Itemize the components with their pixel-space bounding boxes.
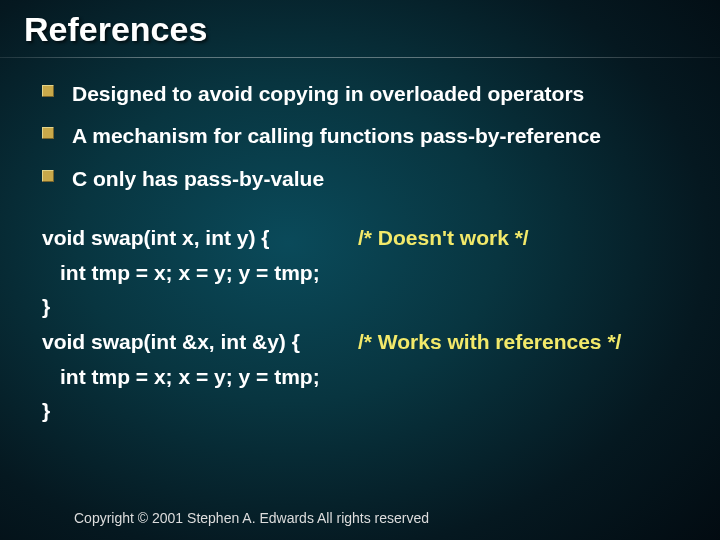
- code-line: void swap(int x, int y) { /* Doesn't wor…: [42, 221, 688, 256]
- slide-title: References: [0, 0, 720, 57]
- bullet-text: A mechanism for calling functions pass-b…: [72, 122, 601, 150]
- code-line: int tmp = x; x = y; y = tmp;: [42, 256, 688, 291]
- code-comment: /* Works with references */: [358, 325, 621, 360]
- code-body: int tmp = x; x = y; y = tmp;: [60, 256, 320, 291]
- copyright-footer: Copyright © 2001 Stephen A. Edwards All …: [74, 510, 429, 526]
- code-example: void swap(int x, int y) { /* Doesn't wor…: [42, 221, 688, 429]
- code-body: int tmp = x; x = y; y = tmp;: [60, 360, 320, 395]
- code-line: void swap(int &x, int &y) { /* Works wit…: [42, 325, 688, 360]
- bullet-icon: [42, 85, 54, 97]
- slide-content: Designed to avoid copying in overloaded …: [0, 80, 720, 429]
- bullet-text: C only has pass-by-value: [72, 165, 324, 193]
- code-close-brace: }: [42, 290, 50, 325]
- bullet-text: Designed to avoid copying in overloaded …: [72, 80, 584, 108]
- bullet-item: C only has pass-by-value: [42, 165, 688, 193]
- bullet-item: Designed to avoid copying in overloaded …: [42, 80, 688, 108]
- code-line: }: [42, 290, 688, 325]
- code-close-brace: }: [42, 394, 50, 429]
- code-line: int tmp = x; x = y; y = tmp;: [42, 360, 688, 395]
- bullet-item: A mechanism for calling functions pass-b…: [42, 122, 688, 150]
- title-divider: [0, 57, 720, 58]
- code-line: }: [42, 394, 688, 429]
- bullet-icon: [42, 127, 54, 139]
- code-signature: void swap(int x, int y) {: [42, 221, 352, 256]
- code-signature: void swap(int &x, int &y) {: [42, 325, 352, 360]
- bullet-icon: [42, 170, 54, 182]
- code-comment: /* Doesn't work */: [358, 221, 529, 256]
